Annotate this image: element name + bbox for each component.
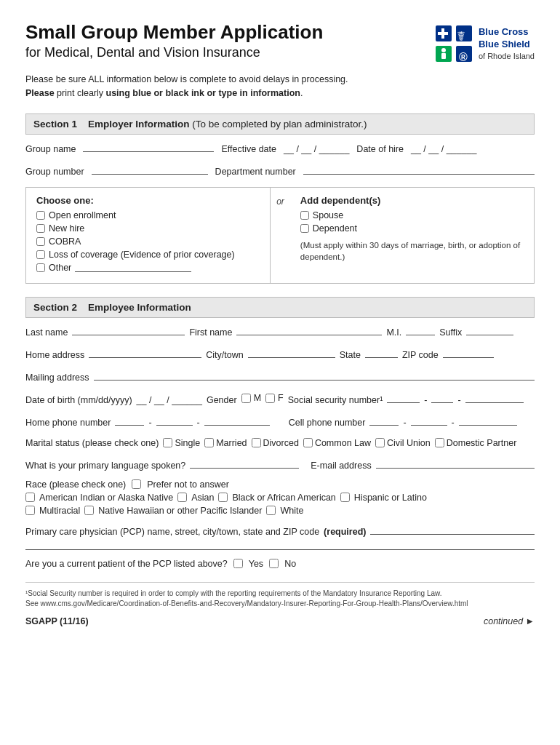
white-checkbox[interactable]: [266, 506, 276, 515]
spouse-option: Spouse: [300, 210, 524, 220]
logo-text: Blue Cross Blue Shield of Rhode Island: [479, 26, 535, 61]
home-address-label: Home address: [25, 350, 84, 360]
gender-label: Gender: [207, 395, 237, 405]
date-of-hire-label: Date of hire: [356, 144, 404, 154]
language-field[interactable]: [190, 458, 299, 469]
gender-f-checkbox[interactable]: [265, 394, 275, 403]
single-option: Single: [163, 438, 200, 448]
section1-header: Section 1 Employer Information (To be co…: [25, 113, 535, 135]
asian-checkbox[interactable]: [177, 493, 187, 502]
new-hire-checkbox[interactable]: [36, 224, 45, 233]
ssn-label: Social security number¹: [288, 395, 383, 405]
common-law-checkbox[interactable]: [303, 438, 313, 447]
native-hawaiian-checkbox[interactable]: [84, 506, 94, 515]
gender-m-checkbox[interactable]: [241, 394, 251, 403]
gender-f-box: F: [265, 393, 284, 403]
american-indian-checkbox[interactable]: [25, 493, 35, 502]
email-label: E-mail address: [311, 461, 371, 471]
group-name-row: Group name Effective date __ / __ / ____…: [25, 142, 535, 154]
home-address-field[interactable]: [89, 348, 201, 358]
open-enrollment-checkbox[interactable]: [36, 211, 45, 220]
loss-coverage-checkbox[interactable]: [36, 250, 45, 259]
suffix-field[interactable]: [466, 325, 513, 335]
common-law-option: Common Law: [303, 438, 371, 448]
page-title-line2: for Medical, Dental and Vision Insurance: [25, 45, 323, 60]
cell-phone-end[interactable]: [459, 415, 517, 426]
group-name-field[interactable]: [83, 142, 214, 152]
first-name-label: First name: [189, 327, 232, 338]
race-options-row2: Multiracial Native Hawaiian or other Pac…: [25, 506, 535, 516]
multiracial-checkbox[interactable]: [25, 506, 35, 515]
pcp-field-line2[interactable]: [25, 540, 535, 550]
ssn-part2[interactable]: [431, 393, 453, 403]
first-name-field[interactable]: [236, 325, 382, 335]
pcp-required: (required): [324, 527, 366, 537]
cell-phone-label: Cell phone number: [289, 418, 366, 428]
race-options-row1: American Indian or Alaska Native Asian B…: [25, 493, 535, 503]
domestic-partner-option: Domestic Partner: [435, 438, 517, 448]
other-field[interactable]: [75, 263, 191, 272]
intro-text: Please be sure ALL information below is …: [25, 73, 535, 100]
cell-phone-area[interactable]: [369, 415, 399, 426]
choose-or-box: Choose one: Open enrollment New hire COB…: [25, 187, 535, 284]
add-dep-title: Add dependent(s): [300, 195, 524, 206]
black-african-checkbox[interactable]: [218, 493, 228, 502]
group-name-label: Group name: [25, 144, 76, 154]
mailing-label: Mailing address: [25, 372, 89, 383]
language-label: What is your primary language spoken?: [25, 461, 185, 471]
open-enrollment-option: Open enrollment: [36, 210, 260, 220]
race-label: Race (please check one): [25, 479, 126, 490]
divorced-checkbox[interactable]: [252, 438, 261, 447]
suffix-label: Suffix: [439, 327, 462, 338]
last-name-field[interactable]: [72, 325, 185, 335]
civil-union-option: Civil Union: [375, 438, 431, 448]
or-label: or: [271, 188, 290, 214]
zip-field[interactable]: [443, 348, 494, 358]
dependent-checkbox[interactable]: [300, 224, 309, 233]
svg-text:☤: ☤: [457, 29, 465, 44]
civil-union-checkbox[interactable]: [375, 438, 385, 447]
home-phone-area[interactable]: [115, 415, 144, 426]
married-checkbox[interactable]: [204, 438, 214, 447]
phone-row: Home phone number - - Cell phone number …: [25, 415, 535, 428]
single-checkbox[interactable]: [163, 438, 172, 447]
cell-phone-mid[interactable]: [411, 415, 447, 426]
mi-field[interactable]: [406, 325, 435, 335]
patient-yes-checkbox[interactable]: [233, 559, 243, 568]
patient-row: Are you a current patient of the PCP lis…: [25, 559, 535, 569]
pcp-row: Primary care physician (PCP) name, stree…: [25, 525, 535, 550]
spouse-checkbox[interactable]: [300, 211, 309, 220]
ssn-part1[interactable]: [387, 393, 420, 403]
mailing-field[interactable]: [94, 370, 535, 381]
pcp-field-line1[interactable]: [370, 525, 535, 535]
add-dep-note: (Must apply within 30 days of marriage, …: [300, 239, 524, 263]
hispanic-checkbox[interactable]: [340, 493, 350, 502]
other-checkbox[interactable]: [36, 263, 45, 272]
cobra-option: COBRA: [36, 236, 260, 247]
cobra-checkbox[interactable]: [36, 237, 45, 246]
department-field[interactable]: [303, 164, 535, 175]
marital-label: Marital status (please check one): [25, 438, 159, 448]
svg-point-7: [441, 48, 446, 52]
state-field[interactable]: [365, 348, 398, 358]
svg-rect-8: [441, 53, 446, 59]
patient-yes-label: Yes: [249, 559, 263, 569]
logo-sub: of Rhode Island: [479, 51, 535, 61]
email-field[interactable]: [376, 458, 535, 469]
home-phone-mid[interactable]: [156, 415, 193, 426]
domestic-partner-checkbox[interactable]: [435, 438, 444, 447]
logo-line1: Blue Cross: [479, 26, 535, 39]
home-phone-end[interactable]: [204, 415, 270, 426]
ssn-part3[interactable]: [465, 393, 524, 403]
patient-no-checkbox[interactable]: [269, 559, 279, 568]
prefer-not-checkbox[interactable]: [132, 479, 141, 489]
last-name-label: Last name: [25, 327, 68, 338]
group-number-field[interactable]: [92, 164, 208, 175]
svg-rect-5: [438, 32, 448, 35]
city-field[interactable]: [248, 348, 335, 358]
footnote-section: ¹Social Security number is required in o…: [25, 582, 535, 609]
choose-title: Choose one:: [36, 195, 260, 206]
patient-label: Are you a current patient of the PCP lis…: [25, 559, 228, 569]
gender-m-label: M: [254, 393, 261, 403]
page-header: Small Group Member Application for Medic…: [25, 22, 535, 63]
